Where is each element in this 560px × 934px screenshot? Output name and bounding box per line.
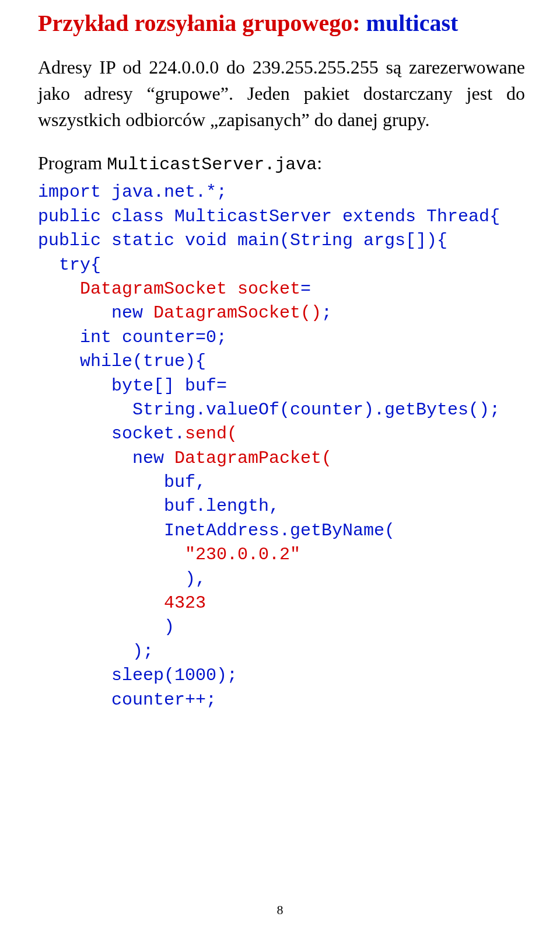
code-line: import java.net.*;	[38, 182, 227, 202]
code-line: ),	[38, 569, 206, 589]
title-blue: multicast	[366, 10, 459, 36]
page-title: Przykład rozsyłania grupowego: multicast	[38, 9, 525, 38]
program-intro-text: Program	[38, 152, 107, 173]
code-line: try{	[38, 255, 101, 275]
code-line: int counter=0;	[38, 327, 227, 347]
program-intro: Program MulticastServer.java:	[38, 150, 525, 177]
code-line: DatagramSocket socket=	[38, 279, 311, 299]
code-line: new DatagramPacket(	[38, 448, 332, 468]
page-number: 8	[0, 902, 560, 918]
code-block: import java.net.*; public class Multicas…	[38, 180, 525, 712]
code-line: socket.send(	[38, 424, 237, 444]
page-container: Przykład rozsyłania grupowego: multicast…	[0, 0, 560, 712]
program-filename: MulticastServer.java	[107, 155, 317, 175]
code-line: public static void main(String args[]){	[38, 231, 447, 250]
code-line: while(true){	[38, 351, 206, 371]
code-line: sleep(1000);	[38, 665, 237, 685]
code-line: byte[] buf=	[38, 376, 227, 396]
code-line: InetAddress.getByName(	[38, 521, 395, 541]
code-line: public class MulticastServer extends Thr…	[38, 207, 500, 226]
code-line: new DatagramSocket();	[38, 303, 332, 323]
code-line: buf.length,	[38, 496, 279, 516]
code-line: );	[38, 642, 153, 661]
code-line: counter++;	[38, 690, 216, 710]
intro-paragraph: Adresy IP od 224.0.0.0 do 239.255.255.25…	[38, 54, 525, 133]
program-intro-colon: :	[317, 152, 322, 173]
code-line: buf,	[38, 472, 206, 492]
code-line: )	[38, 617, 174, 637]
title-red: Przykład rozsyłania grupowego:	[38, 10, 366, 36]
code-line: String.valueOf(counter).getBytes();	[38, 400, 500, 420]
code-line: "230.0.0.2"	[38, 545, 300, 564]
code-line: 4323	[38, 593, 206, 613]
